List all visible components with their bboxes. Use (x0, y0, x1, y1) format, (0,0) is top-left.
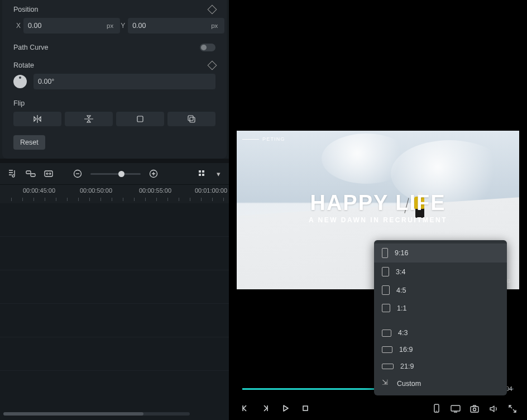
keyframe-diamond-icon[interactable] (208, 5, 217, 15)
svg-rect-10 (199, 174, 201, 176)
svg-point-14 (436, 411, 437, 412)
ratio-icon (382, 267, 389, 276)
timeline-horizontal-scrollbar[interactable] (3, 412, 190, 416)
custom-icon (382, 379, 390, 388)
play-button[interactable] (279, 402, 291, 414)
svg-rect-8 (199, 170, 201, 173)
aspect-option-label: 3:4 (396, 268, 405, 276)
position-label: Position (13, 6, 38, 13)
ruler-label: 00:00:50:00 (80, 187, 112, 194)
x-label: X (13, 22, 23, 30)
preview-title-main: HAPPY LIFE (237, 191, 519, 215)
timeline-link-icon[interactable] (26, 169, 36, 179)
playback-progress-fill (242, 388, 378, 390)
path-curve-toggle[interactable] (200, 44, 215, 51)
fullscreen-icon[interactable] (507, 403, 518, 414)
transport-controls (239, 402, 312, 414)
svg-rect-9 (202, 170, 204, 173)
track-row[interactable] (0, 237, 229, 270)
aspect-option-9-16[interactable]: 9:16 (374, 244, 507, 262)
timeline-ruler[interactable]: 00:00:45:00 00:00:50:00 00:00:55:00 00:0… (0, 184, 229, 203)
track-row[interactable] (0, 203, 229, 237)
aspect-option-4-3[interactable]: 4:3 (374, 324, 507, 341)
svg-point-17 (473, 408, 476, 411)
aspect-option-label: 4:5 (396, 287, 406, 294)
next-frame-button[interactable] (259, 402, 271, 414)
reset-button[interactable]: Reset (13, 135, 45, 150)
svg-rect-15 (451, 405, 460, 411)
timeline-fit-icon[interactable] (44, 169, 54, 179)
ratio-icon (382, 285, 390, 295)
track-row[interactable] (0, 337, 229, 371)
svg-rect-11 (202, 174, 204, 176)
aspect-option-16-9[interactable]: 16:9 (374, 341, 507, 358)
snapshot-icon[interactable] (469, 403, 480, 414)
zoom-in-icon[interactable] (148, 169, 159, 179)
svg-rect-12 (303, 406, 308, 411)
aspect-option-1-1[interactable]: 1:1 (374, 299, 507, 317)
zoom-out-icon[interactable] (73, 169, 83, 179)
preview-title-sub: A NEW DAWN IN RECRUITMENT (237, 216, 519, 224)
path-curve-label: Path Curve (13, 44, 49, 51)
timeline-tracks-area[interactable] (0, 203, 229, 420)
ratio-icon (382, 364, 394, 369)
aspect-option-3-4[interactable]: 3:4 (374, 262, 507, 281)
position-y-input[interactable] (128, 18, 224, 34)
preview-title-overlay: HAPPY LIFE A NEW DAWN IN RECRUITMENT (237, 191, 519, 224)
aspect-ratio-menu: 9:16 3:4 4:5 1:1 4:3 16:9 21:9 Custom (374, 240, 507, 395)
ratio-icon (382, 330, 391, 337)
watermark-top-left: PETING (242, 136, 285, 142)
volume-icon[interactable] (488, 403, 499, 414)
aspect-option-custom[interactable]: Custom (374, 375, 507, 392)
aspect-option-4-5[interactable]: 4:5 (374, 281, 507, 299)
properties-panel: Position X px Y px Path Curve (2, 0, 227, 159)
timeline-view-dropdown-icon[interactable]: ▾ (215, 169, 221, 179)
timeline-zoom-slider[interactable] (90, 173, 141, 175)
y-label: Y (118, 22, 128, 30)
track-row[interactable] (0, 270, 229, 304)
timeline-music-icon[interactable] (8, 169, 18, 179)
rotate-label: Rotate (13, 61, 34, 69)
rotate-keyframe-icon[interactable] (208, 61, 217, 70)
svg-rect-16 (471, 407, 478, 412)
position-x-input[interactable] (23, 18, 120, 34)
aspect-option-label: 4:3 (398, 329, 408, 337)
flip-horizontal-button[interactable] (13, 112, 61, 126)
ratio-icon (382, 248, 388, 258)
ruler-label: 00:00:55:00 (139, 187, 171, 194)
aspect-option-label: 21:9 (400, 362, 414, 370)
aspect-option-label: 1:1 (397, 304, 406, 312)
flip-label: Flip (13, 99, 25, 107)
rotate-dial[interactable] (13, 75, 27, 88)
crop-button-1[interactable] (116, 112, 164, 126)
ratio-icon (382, 304, 390, 312)
flip-vertical-button[interactable] (65, 112, 113, 126)
aspect-option-label: 16:9 (399, 346, 413, 354)
display-icon[interactable] (450, 403, 461, 414)
track-row[interactable] (0, 304, 229, 337)
svg-rect-3 (26, 171, 31, 174)
timeline-view-mode-icon[interactable] (198, 169, 208, 179)
stop-button[interactable] (299, 402, 312, 414)
svg-rect-4 (31, 174, 35, 176)
crop-button-2[interactable] (167, 112, 215, 126)
rotate-input[interactable] (33, 74, 215, 89)
ruler-label: 00:01:00:00 (195, 187, 227, 194)
device-preview-icon[interactable] (431, 403, 442, 414)
aspect-option-label: Custom (397, 380, 421, 388)
svg-rect-1 (188, 116, 193, 121)
aspect-option-21-9[interactable]: 21:9 (374, 358, 507, 375)
timeline-toolbar: ▾ (0, 163, 229, 184)
svg-rect-2 (190, 117, 195, 122)
ruler-label: 00:00:45:00 (23, 187, 55, 194)
prev-frame-button[interactable] (239, 402, 251, 414)
aspect-option-label: 9:16 (395, 249, 408, 257)
ratio-icon (382, 346, 392, 353)
svg-rect-0 (137, 116, 143, 122)
